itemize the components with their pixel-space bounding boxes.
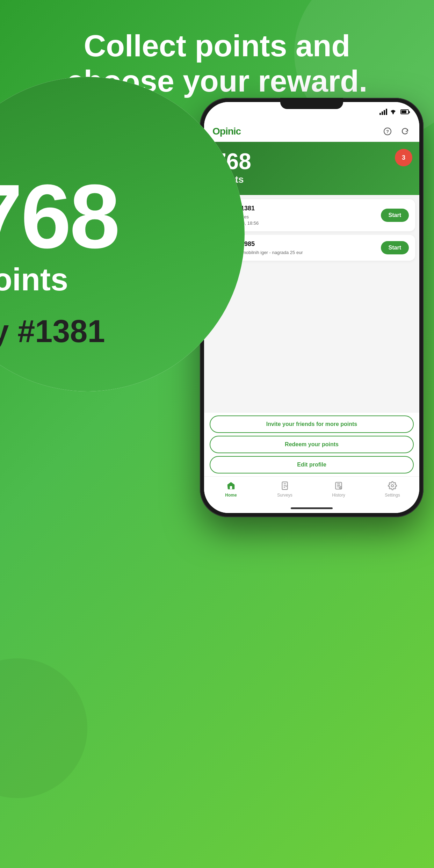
svg-text:?: ? [386, 129, 389, 134]
refresh-icon[interactable] [399, 125, 411, 137]
signal-icon [379, 109, 387, 115]
settings-nav-icon [387, 480, 398, 491]
settings-nav-label: Settings [385, 493, 400, 498]
nav-item-home[interactable]: Home [204, 480, 258, 498]
svg-point-0 [392, 113, 394, 114]
phone-notch [280, 98, 343, 109]
redeem-points-btn[interactable]: Redeem your points [210, 436, 414, 453]
home-bar [291, 507, 333, 509]
points-label-large: Points [0, 262, 68, 298]
signal-bar-2 [382, 111, 383, 115]
signal-bar-4 [386, 109, 387, 115]
survey-number-partial: rvey #1381 [0, 313, 105, 349]
bottom-nav: Home Surveys [204, 476, 419, 503]
wifi-icon [390, 109, 396, 114]
circle-zoom: 768 Points rvey #1381 [0, 77, 245, 391]
home-nav-icon [225, 480, 237, 491]
edit-profile-btn[interactable]: Edit profile [210, 456, 414, 473]
points-badge: 3 [395, 149, 412, 166]
nav-item-settings[interactable]: Settings [366, 480, 419, 498]
nav-item-surveys[interactable]: Surveys [258, 480, 312, 498]
action-buttons: Invite your friends for more points Rede… [204, 413, 419, 476]
points-number-large: 768 [0, 171, 118, 262]
bg-decoration-2 [0, 658, 87, 798]
svg-point-15 [391, 485, 394, 487]
signal-bar-3 [384, 110, 385, 115]
headline-line1: Collect points and [28, 28, 406, 63]
battery-fill [402, 110, 406, 113]
battery-icon [400, 109, 409, 114]
invite-friends-btn[interactable]: Invite your friends for more points [210, 415, 414, 433]
survey-2-start-btn[interactable]: Start [381, 241, 409, 254]
surveys-nav-label: Surveys [277, 493, 292, 498]
history-nav-icon [333, 480, 344, 491]
help-icon[interactable]: ? [382, 125, 393, 137]
history-nav-label: History [332, 493, 345, 498]
nav-item-history[interactable]: History [312, 480, 366, 498]
home-indicator [204, 503, 419, 513]
header-icons: ? [382, 125, 411, 137]
home-nav-label: Home [225, 493, 237, 498]
status-icons [379, 109, 409, 115]
surveys-nav-icon [279, 480, 290, 491]
survey-1-start-btn[interactable]: Start [381, 209, 409, 222]
svg-rect-11 [230, 486, 232, 489]
signal-bar-1 [379, 113, 381, 115]
